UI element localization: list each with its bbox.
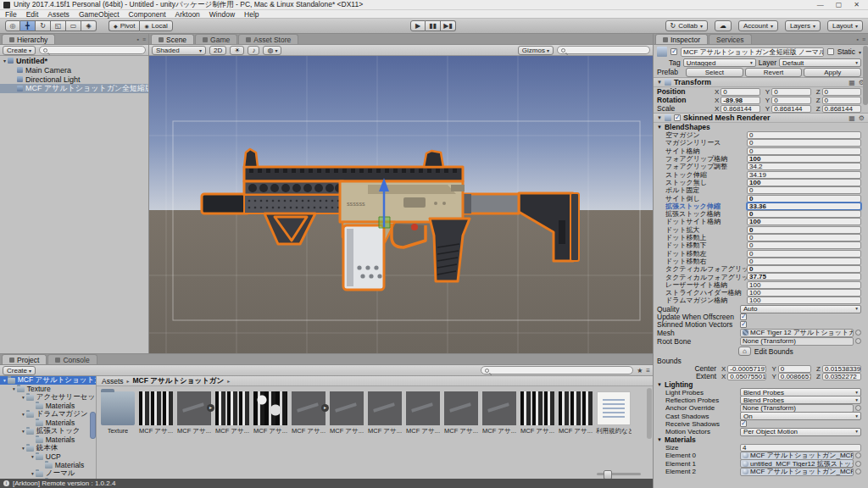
asset-thumbnail[interactable] [215, 391, 249, 425]
play-button[interactable]: ▶ [410, 20, 426, 31]
blendshape-value-field[interactable]: 34.19 [747, 171, 861, 179]
lock-icon[interactable]: ▪ [856, 36, 858, 42]
status-bar[interactable]: i [Arktoon] Remote version : 1.0.2.4 [0, 479, 653, 488]
object-picker-icon[interactable] [855, 405, 861, 411]
hierarchy-item[interactable]: ▾ Directional Light [0, 75, 148, 84]
menu-item[interactable]: Window [209, 10, 235, 19]
tab-asset-store[interactable]: Asset Store [238, 34, 298, 44]
blendshape-value-field[interactable]: 0 [747, 258, 861, 265]
menu-item[interactable]: File [5, 10, 17, 19]
project-tree-item[interactable]: ▾ UCP [0, 452, 96, 461]
tab-project[interactable]: Project [2, 354, 47, 364]
rotation-x-field[interactable]: -89.98 [721, 97, 760, 104]
shaded-dropdown[interactable]: Shaded▾ [152, 46, 206, 55]
minimize-button[interactable]: — [817, 1, 824, 8]
fold-arrow-icon[interactable]: ▾ [22, 412, 25, 417]
asset-item[interactable]: MCF アサ... [253, 391, 288, 435]
prefab-select-button[interactable]: Select [686, 68, 743, 77]
blendshape-value-field[interactable]: 0 [747, 195, 861, 202]
reflection-probes-dropdown[interactable]: Blend Probes▾ [740, 396, 861, 404]
project-tree-item[interactable]: ▾ Materials [0, 461, 96, 469]
materials-fold-icon[interactable]: ▼ [657, 437, 662, 442]
fold-arrow-icon[interactable]: ▾ [22, 446, 25, 451]
extent-y-field[interactable]: 0.00866572 [778, 373, 811, 380]
rotation-z-field[interactable]: 0 [822, 97, 861, 104]
layout-button[interactable]: Layout ▾ [827, 20, 863, 31]
extent-z-field[interactable]: 0.0352272 [822, 373, 861, 380]
blendshape-value-field[interactable]: 0 [747, 250, 861, 258]
fold-arrow-icon[interactable]: ▾ [22, 395, 25, 400]
rotation-y-field[interactable]: 0 [771, 97, 810, 104]
tab-console[interactable]: Console [47, 354, 97, 364]
asset-item[interactable]: MCF アサ... [367, 391, 403, 435]
active-checkbox[interactable] [670, 48, 677, 55]
presets-icon[interactable]: ▦ [849, 114, 855, 122]
asset-item[interactable]: MCF アサ... [481, 391, 517, 435]
scene-fx-dropdown[interactable]: ◍▾ [263, 46, 281, 55]
transform-header[interactable]: ▼ Transform ▦⚙ [654, 77, 868, 87]
step-button[interactable]: ▶▮ [441, 20, 456, 31]
panel-menu-icon[interactable]: ≡ [142, 36, 146, 42]
project-tree-item[interactable]: ▾ Materials [0, 419, 96, 427]
fold-arrow-icon[interactable]: ▾ [31, 454, 34, 459]
receive-shadows-checkbox[interactable] [740, 420, 747, 427]
lighting-fold-icon[interactable]: ▼ [657, 382, 662, 387]
object-picker-icon[interactable] [855, 338, 861, 344]
project-tree-item[interactable]: ▾ Materials [0, 435, 96, 444]
component-enabled-checkbox[interactable] [674, 114, 681, 121]
root-bone-field[interactable]: None (Transform) [740, 337, 854, 346]
mesh-object-field[interactable]: MCF Tiger 12 アサルトショットガン [740, 329, 854, 337]
object-name-field[interactable]: MCF アサルトショットガン全短縮版 ノーマル [681, 47, 824, 57]
blendshape-value-field[interactable]: 100 [747, 289, 861, 297]
asset-item[interactable]: Texture [100, 391, 136, 435]
blendshape-value-field[interactable]: 0 [747, 210, 861, 218]
menu-item[interactable]: Help [244, 10, 259, 19]
static-checkbox[interactable] [827, 48, 834, 55]
2d-toggle[interactable]: 2D [209, 46, 226, 55]
tab-scene[interactable]: Scene [151, 34, 194, 44]
menu-item[interactable]: Assets [47, 10, 70, 19]
presets-icon[interactable]: ▦ [849, 79, 855, 86]
asset-thumbnail[interactable] [597, 391, 631, 425]
fold-arrow-icon[interactable]: ▾ [3, 58, 6, 64]
breadcrumb-root[interactable]: Assets [102, 377, 124, 385]
motion-vectors-dropdown[interactable]: Per Object Motion▾ [740, 428, 861, 436]
transform-tool-icon[interactable]: ◈ [81, 20, 97, 31]
blendshape-value-field[interactable]: 100 [747, 281, 861, 289]
blendshape-value-field[interactable]: 100 [747, 297, 861, 304]
pivot-toggle[interactable]: ◆Pivot [108, 20, 139, 31]
gear-icon[interactable]: ⚙ [859, 114, 865, 122]
menu-item[interactable]: Edit [26, 10, 39, 19]
blendshape-value-field[interactable]: 34.2 [747, 163, 861, 170]
asset-item[interactable]: MCF アサ... [558, 391, 593, 435]
project-tree-item[interactable]: ▾ 銃本体 [0, 444, 96, 452]
project-tree-item[interactable]: ▾ ドラムマガジン [0, 410, 96, 419]
asset-item[interactable]: 利用規約など [596, 391, 632, 435]
menu-item[interactable]: GameObject [79, 10, 120, 19]
fold-arrow-icon[interactable]: ▾ [13, 386, 15, 391]
gizmos-dropdown[interactable]: Gizmos▾ [518, 46, 554, 55]
object-picker-icon[interactable] [855, 461, 861, 467]
project-search-input[interactable] [481, 366, 633, 374]
asset-item[interactable]: MCF アサ... [520, 391, 555, 435]
asset-thumbnail[interactable] [330, 391, 364, 425]
blendshape-value-field[interactable]: 100 [747, 179, 861, 186]
static-dropdown-icon[interactable]: ▾ [859, 49, 861, 55]
scale-z-field[interactable]: 0.868144 [822, 105, 861, 113]
material-object-field[interactable]: untitled_MCF Tiger12 拡張ストック_Albedo1 [740, 459, 854, 468]
scale-tool-icon[interactable]: ◱ [51, 20, 66, 31]
hierarchy-item[interactable]: ▾ Main Camera [0, 65, 148, 75]
asset-item[interactable]: MCF アサ... [291, 391, 326, 435]
move-tool-icon[interactable]: ╋ [20, 20, 36, 31]
center-x-field[interactable]: -0.00057197 [727, 365, 766, 373]
quality-dropdown[interactable]: Auto▾ [740, 305, 861, 313]
tab-services[interactable]: Services [709, 34, 752, 44]
search-by-type-icon[interactable]: ★ [637, 367, 643, 374]
panel-menu-icon[interactable]: ≡ [862, 36, 865, 42]
fold-arrow-icon[interactable]: ▾ [3, 378, 6, 383]
asset-thumbnail[interactable] [101, 391, 135, 425]
asset-item[interactable]: MCF アサ... [443, 391, 479, 435]
asset-thumbnail[interactable] [139, 391, 173, 425]
scale-y-field[interactable]: 0.868144 [771, 105, 810, 113]
project-tree-item[interactable]: ▾ Texture [0, 385, 96, 393]
